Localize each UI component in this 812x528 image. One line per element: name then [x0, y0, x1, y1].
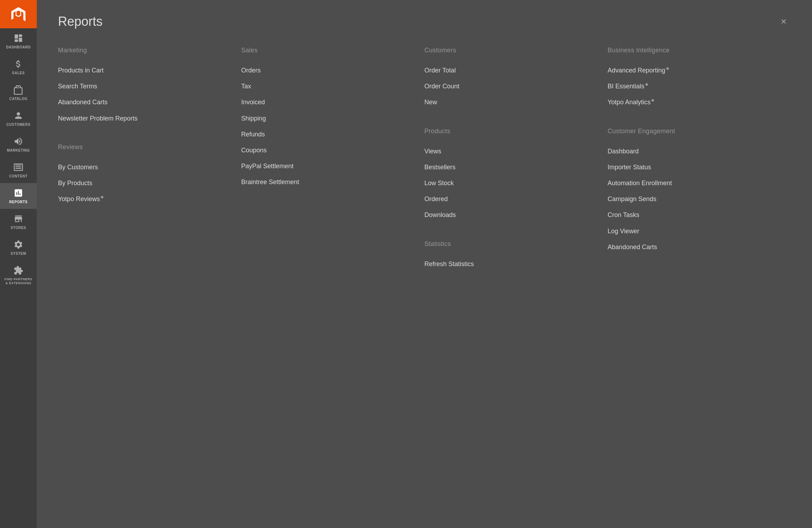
menu-item-order-total[interactable]: Order Total: [424, 63, 593, 78]
catalog-icon: [13, 85, 23, 95]
section-reviews: ReviewsBy CustomersBy ProductsYotpo Revi…: [58, 143, 227, 207]
dashboard-icon: [13, 33, 23, 43]
menu-item-orders[interactable]: Orders: [241, 63, 410, 78]
menu-item-tax[interactable]: Tax: [241, 78, 410, 94]
reports-panel: Reports × MarketingProducts in CartSearc…: [37, 0, 812, 528]
section-heading: Statistics: [424, 240, 593, 248]
sidebar-item-dashboard-label: DASHBOARD: [6, 45, 31, 49]
menu-item-dashboard[interactable]: Dashboard: [608, 143, 777, 159]
sales-icon: [13, 59, 23, 69]
menu-item-products-in-cart[interactable]: Products in Cart: [58, 63, 227, 78]
section-heading: Customers: [424, 47, 593, 54]
menu-item-shipping[interactable]: Shipping: [241, 111, 410, 127]
sidebar-item-marketing[interactable]: MARKETING: [0, 131, 37, 157]
sidebar-item-sales[interactable]: SALES: [0, 54, 37, 80]
external-link-icon: ✱: [645, 82, 648, 87]
section-sales: SalesOrdersTaxInvoicedShippingRefundsCou…: [241, 47, 410, 190]
section-statistics: StatisticsRefresh Statistics: [424, 240, 593, 272]
column-business-intelligence: Business IntelligenceAdvanced Reporting✱…: [608, 47, 791, 272]
section-heading: Customer Engagement: [608, 128, 777, 135]
section-heading: Reviews: [58, 143, 227, 151]
menu-item-abandoned-carts[interactable]: Abandoned Carts: [58, 94, 227, 110]
section-customers: CustomersOrder TotalOrder CountNew: [424, 47, 593, 111]
sidebar-item-stores[interactable]: STORES: [0, 209, 37, 235]
stores-icon: [13, 214, 23, 224]
menu-item-refunds[interactable]: Refunds: [241, 127, 410, 142]
menu-item-yotpo-reviews[interactable]: Yotpo Reviews✱: [58, 191, 227, 207]
section-heading: Marketing: [58, 47, 227, 54]
menu-item-advanced-reporting[interactable]: Advanced Reporting✱: [608, 63, 777, 78]
external-link-icon: ✱: [651, 98, 654, 102]
sidebar-item-extensions[interactable]: FIND PARTNERS& EXTENSIONS: [0, 260, 37, 290]
menu-item-search-terms[interactable]: Search Terms: [58, 78, 227, 94]
section-heading: Business Intelligence: [608, 47, 777, 54]
marketing-icon: [13, 136, 23, 146]
column-marketing: MarketingProducts in CartSearch TermsAba…: [58, 47, 241, 224]
section-heading: Products: [424, 128, 593, 135]
column-sales: SalesOrdersTaxInvoicedShippingRefundsCou…: [241, 47, 424, 207]
sidebar-item-system[interactable]: SYSTEM: [0, 235, 37, 260]
menu-item-braintree-settlement[interactable]: Braintree Settlement: [241, 174, 410, 190]
sidebar-item-sales-label: SALES: [12, 71, 25, 75]
menu-item-importer-status[interactable]: Importer Status: [608, 159, 777, 175]
sidebar-item-reports-label: REPORTS: [9, 200, 28, 204]
sidebar-item-extensions-label: FIND PARTNERS& EXTENSIONS: [5, 277, 33, 285]
menu-item-abandoned-carts[interactable]: Abandoned Carts: [608, 239, 777, 255]
sidebar-item-dashboard[interactable]: DASHBOARD: [0, 28, 37, 54]
sidebar-item-content[interactable]: CONTENT: [0, 157, 37, 183]
menu-item-by-products[interactable]: By Products: [58, 175, 227, 191]
menu-item-newsletter-problem-reports[interactable]: Newsletter Problem Reports: [58, 111, 227, 127]
menu-item-log-viewer[interactable]: Log Viewer: [608, 223, 777, 239]
menu-item-low-stock[interactable]: Low Stock: [424, 175, 593, 191]
menu-item-bi-essentials[interactable]: BI Essentials✱: [608, 78, 777, 94]
external-link-icon: ✱: [666, 66, 669, 71]
sidebar-item-marketing-label: MARKETING: [7, 148, 30, 152]
reports-panel-title: Reports: [58, 14, 103, 29]
menu-item-ordered[interactable]: Ordered: [424, 191, 593, 207]
menu-item-campaign-sends[interactable]: Campaign Sends: [608, 191, 777, 207]
section-products: ProductsViewsBestsellersLow StockOrdered…: [424, 128, 593, 223]
sidebar-item-content-label: CONTENT: [9, 174, 28, 178]
section-marketing: MarketingProducts in CartSearch TermsAba…: [58, 47, 227, 127]
menu-item-yotpo-analytics[interactable]: Yotpo Analytics✱: [608, 94, 777, 110]
menu-item-downloads[interactable]: Downloads: [424, 207, 593, 223]
menu-item-refresh-statistics[interactable]: Refresh Statistics: [424, 256, 593, 272]
menu-item-coupons[interactable]: Coupons: [241, 142, 410, 158]
menu-item-new[interactable]: New: [424, 94, 593, 110]
sidebar-item-catalog-label: CATALOG: [9, 97, 27, 101]
customers-icon: [13, 111, 23, 121]
magento-logo-icon: [10, 6, 27, 23]
reports-icon: [13, 188, 23, 198]
system-icon: [13, 240, 23, 250]
menu-item-cron-tasks[interactable]: Cron Tasks: [608, 207, 777, 223]
sidebar-item-customers[interactable]: CUSTOMERS: [0, 106, 37, 131]
reports-columns: MarketingProducts in CartSearch TermsAba…: [58, 47, 791, 289]
section-business-intelligence: Business IntelligenceAdvanced Reporting✱…: [608, 47, 777, 111]
menu-item-order-count[interactable]: Order Count: [424, 78, 593, 94]
menu-item-automation-enrollment[interactable]: Automation Enrollment: [608, 175, 777, 191]
close-button[interactable]: ×: [777, 14, 791, 29]
sidebar-item-stores-label: STORES: [11, 226, 26, 230]
section-customer-engagement: Customer EngagementDashboardImporter Sta…: [608, 128, 777, 255]
sidebar-item-customers-label: CUSTOMERS: [6, 123, 30, 127]
sidebar-logo[interactable]: [0, 0, 37, 28]
sidebar-item-system-label: SYSTEM: [11, 252, 26, 256]
sidebar-item-reports[interactable]: REPORTS: [0, 183, 37, 209]
menu-item-views[interactable]: Views: [424, 143, 593, 159]
external-link-icon: ✱: [100, 195, 104, 199]
menu-item-paypal-settlement[interactable]: PayPal Settlement: [241, 158, 410, 174]
content-icon: [13, 162, 23, 172]
menu-item-invoiced[interactable]: Invoiced: [241, 94, 410, 110]
section-heading: Sales: [241, 47, 410, 54]
menu-item-bestsellers[interactable]: Bestsellers: [424, 159, 593, 175]
sidebar-item-catalog[interactable]: CATALOG: [0, 80, 37, 106]
column-customers-products: CustomersOrder TotalOrder CountNewProduc…: [424, 47, 608, 289]
menu-item-by-customers[interactable]: By Customers: [58, 159, 227, 175]
sidebar: DASHBOARD SALES CATALOG CUSTOMERS MARKET…: [0, 0, 37, 528]
reports-header: Reports ×: [58, 14, 791, 29]
extensions-icon: [13, 265, 23, 275]
